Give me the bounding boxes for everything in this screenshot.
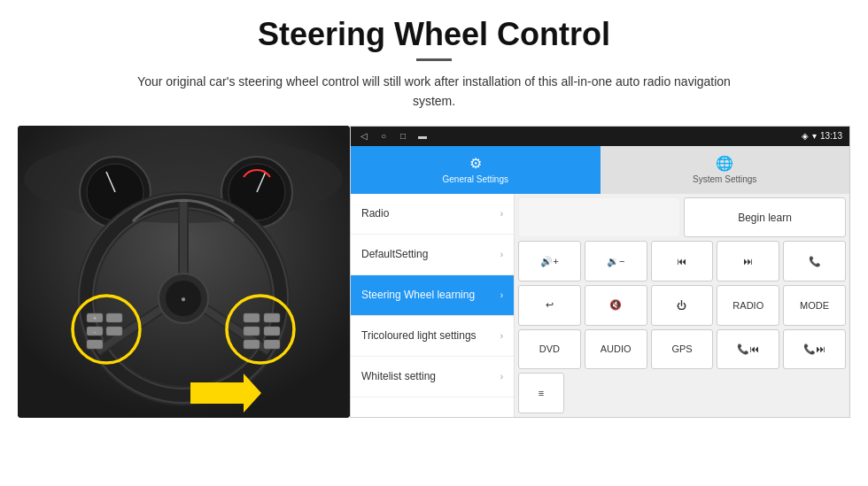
vol-down-button[interactable]: 🔉− <box>585 241 647 282</box>
general-settings-icon: ⚙ <box>469 155 482 172</box>
page-subtitle: Your original car's steering wheel contr… <box>124 72 744 112</box>
page-title: Steering Wheel Control <box>258 16 610 53</box>
recents-nav-icon[interactable]: □ <box>397 130 409 143</box>
phone-icon: 📞 <box>809 256 821 267</box>
clock: 13:13 <box>820 131 842 141</box>
menu-area: Radio › DefaultSetting › Steering Wheel … <box>351 194 849 417</box>
svg-rect-32 <box>264 327 280 336</box>
prev-track-icon: ⏮ <box>677 256 686 266</box>
phone-next-button[interactable]: 📞⏭ <box>783 329 846 370</box>
svg-rect-33 <box>244 340 260 349</box>
phone-prev-icon: 📞⏮ <box>737 343 759 355</box>
left-menu: Radio › DefaultSetting › Steering Wheel … <box>351 194 515 417</box>
status-bar-nav: ◁ ○ □ ▬ <box>358 130 429 143</box>
hangup-button[interactable]: ↩ <box>518 285 581 326</box>
gps-label: GPS <box>671 343 692 354</box>
svg-rect-27 <box>87 340 103 349</box>
system-settings-icon: 🌐 <box>716 155 733 172</box>
prev-track-button[interactable]: ⏮ <box>651 241 714 282</box>
vol-up-button[interactable]: 🔊+ <box>518 241 581 282</box>
hangup-icon: ↩ <box>546 299 554 311</box>
btn-row-0: Begin learn <box>518 197 846 238</box>
phone-next-icon: 📞⏭ <box>803 343 825 355</box>
vol-up-icon: 🔊+ <box>540 256 558 267</box>
svg-rect-25 <box>106 313 122 322</box>
wifi-icon: ▾ <box>812 131 817 141</box>
status-bar: ◁ ○ □ ▬ ◈ ▾ 13:13 <box>351 127 849 146</box>
menu-item-radio-label: Radio <box>361 207 500 220</box>
chevron-icon: › <box>500 290 503 300</box>
mute-button[interactable]: 🔇 <box>585 285 647 326</box>
chevron-icon: › <box>500 209 503 219</box>
tab-general-settings[interactable]: ⚙ General Settings <box>351 146 601 194</box>
menu-item-tricoloured[interactable]: Tricoloured light settings › <box>351 316 514 357</box>
tab-system-label: System Settings <box>693 174 756 184</box>
vol-down-icon: 🔉− <box>607 256 624 267</box>
chevron-icon: › <box>500 372 503 382</box>
btn-row-4: ≡ <box>518 373 846 413</box>
power-icon: ⏻ <box>677 300 686 311</box>
phone-button[interactable]: 📞 <box>783 241 846 282</box>
svg-rect-26 <box>106 327 122 336</box>
begin-learn-button[interactable]: Begin learn <box>684 197 846 238</box>
home-nav-icon[interactable]: ○ <box>377 130 390 143</box>
mode-label: MODE <box>800 300 829 311</box>
svg-rect-29 <box>244 313 260 322</box>
steering-wheel-svg: ● + - <box>18 126 350 418</box>
menu-icon: ≡ <box>539 388 544 398</box>
tab-system-settings[interactable]: 🌐 System Settings <box>601 146 850 194</box>
power-button[interactable]: ⏻ <box>651 285 714 326</box>
svg-text:+: + <box>93 315 97 321</box>
svg-rect-30 <box>264 313 280 322</box>
menu-item-steering[interactable]: Steering Wheel learning › <box>351 275 514 316</box>
extra-nav-icon[interactable]: ▬ <box>416 130 429 143</box>
tab-general-label: General Settings <box>443 174 509 184</box>
gps-button[interactable]: GPS <box>651 329 714 370</box>
menu-item-default[interactable]: DefaultSetting › <box>351 235 514 275</box>
empty-slot <box>518 197 680 238</box>
menu-icon-button[interactable]: ≡ <box>518 373 564 413</box>
radio-button[interactable]: RADIO <box>717 285 779 326</box>
menu-item-default-label: DefaultSetting <box>361 248 500 260</box>
dvd-button[interactable]: DVD <box>518 329 581 370</box>
audio-button[interactable]: AUDIO <box>585 329 647 370</box>
back-nav-icon[interactable]: ◁ <box>358 130 370 143</box>
menu-item-radio[interactable]: Radio › <box>351 194 514 235</box>
audio-label: AUDIO <box>601 343 632 354</box>
mode-button[interactable]: MODE <box>783 285 846 326</box>
right-panel: Begin learn 🔊+ 🔉− ⏮ <box>515 194 849 417</box>
tab-bar: ⚙ General Settings 🌐 System Settings <box>351 146 849 194</box>
btn-row-3: DVD AUDIO GPS 📞⏮ 📞⏭ <box>518 329 846 370</box>
svg-rect-31 <box>244 327 260 336</box>
car-image: ● + - <box>18 126 350 418</box>
status-bar-right: ◈ ▾ 13:13 <box>802 131 842 141</box>
menu-item-tricoloured-label: Tricoloured light settings <box>361 329 500 342</box>
mute-icon: 🔇 <box>609 299 622 311</box>
chevron-icon: › <box>500 250 503 259</box>
menu-item-whitelist[interactable]: Whitelist setting › <box>351 357 514 397</box>
title-divider <box>416 58 452 61</box>
menu-item-whitelist-label: Whitelist setting <box>361 370 500 382</box>
menu-item-steering-label: Steering Wheel learning <box>361 289 500 301</box>
page-wrapper: Steering Wheel Control Your original car… <box>0 0 868 486</box>
next-track-icon: ⏭ <box>743 256 753 266</box>
android-screen: ◁ ○ □ ▬ ◈ ▾ 13:13 ⚙ General Settings <box>350 126 850 418</box>
phone-prev-button[interactable]: 📞⏮ <box>717 329 779 370</box>
dvd-label: DVD <box>539 343 560 354</box>
svg-rect-34 <box>264 340 280 349</box>
btn-row-2: ↩ 🔇 ⏻ RADIO MODE <box>518 285 846 326</box>
radio-label: RADIO <box>732 300 763 311</box>
next-track-button[interactable]: ⏭ <box>717 241 779 282</box>
svg-text:●: ● <box>181 294 186 304</box>
location-icon: ◈ <box>802 131 809 141</box>
btn-row-1: 🔊+ 🔉− ⏮ ⏭ 📞 <box>518 241 846 282</box>
chevron-icon: › <box>500 331 503 341</box>
content-row: ● + - <box>18 126 850 418</box>
